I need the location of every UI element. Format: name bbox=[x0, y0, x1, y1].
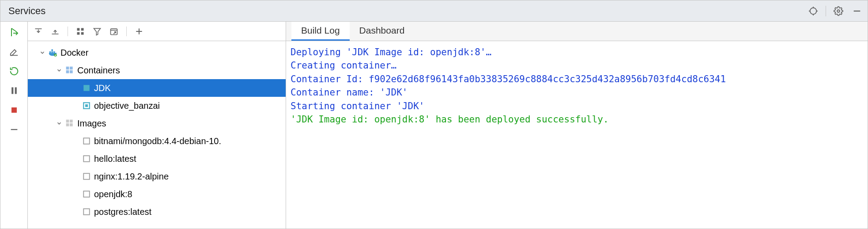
svg-rect-46 bbox=[83, 209, 90, 215]
tree-toolbar bbox=[28, 22, 286, 41]
log-line: Container name: 'JDK' bbox=[291, 86, 864, 99]
svg-rect-10 bbox=[11, 107, 17, 113]
details-tabs: Build Log Dashboard bbox=[286, 22, 868, 41]
open-in-new-tab-icon[interactable] bbox=[108, 25, 120, 38]
toolbar-separator bbox=[68, 27, 68, 36]
svg-rect-18 bbox=[77, 32, 80, 34]
tree-node-images[interactable]: Images bbox=[28, 114, 286, 132]
services-panel: Services bbox=[0, 0, 868, 229]
log-line: 'JDK Image id: openjdk:8' has been deplo… bbox=[291, 113, 864, 126]
panel-body: Docker Containers bbox=[0, 22, 868, 229]
tree-node-label: objective_banzai bbox=[92, 101, 160, 111]
log-line: Creating container… bbox=[291, 59, 864, 72]
run-gutter bbox=[0, 22, 28, 229]
container-running-icon bbox=[81, 84, 92, 92]
run-icon[interactable] bbox=[8, 26, 20, 38]
svg-rect-34 bbox=[70, 70, 73, 73]
group-by-icon[interactable] bbox=[74, 25, 87, 38]
container-stopped-icon bbox=[81, 102, 92, 110]
services-tree[interactable]: Docker Containers bbox=[28, 41, 286, 229]
svg-rect-37 bbox=[85, 104, 88, 107]
svg-rect-9 bbox=[15, 88, 16, 94]
svg-rect-26 bbox=[49, 51, 51, 53]
tree-node-label: Docker bbox=[59, 48, 88, 58]
tab-build-log[interactable]: Build Log bbox=[291, 22, 350, 41]
svg-rect-40 bbox=[66, 123, 69, 126]
images-icon bbox=[64, 119, 75, 128]
locate-icon[interactable] bbox=[807, 5, 819, 17]
tree-node-label: bitnami/mongodb:4.4-debian-10. bbox=[92, 136, 221, 146]
tree-node-docker[interactable]: Docker bbox=[28, 44, 286, 61]
tree-node-label: Containers bbox=[75, 65, 120, 76]
log-line: Starting container 'JDK' bbox=[291, 99, 864, 113]
add-service-icon[interactable] bbox=[133, 25, 145, 38]
tree-node-container-objective-banzai[interactable]: objective_banzai bbox=[28, 97, 286, 114]
svg-rect-8 bbox=[11, 88, 13, 94]
svg-rect-45 bbox=[83, 191, 90, 197]
svg-rect-44 bbox=[83, 173, 90, 179]
tree-node-image[interactable]: postgres:latest bbox=[28, 203, 286, 221]
image-icon bbox=[81, 172, 92, 180]
panel-title: Services bbox=[8, 5, 807, 17]
svg-rect-38 bbox=[66, 120, 69, 123]
tree-node-label: openjdk:8 bbox=[92, 189, 132, 199]
stop-icon[interactable] bbox=[8, 104, 20, 116]
titlebar-divider bbox=[826, 6, 826, 16]
tree-node-label: Images bbox=[75, 118, 106, 129]
svg-point-5 bbox=[837, 10, 840, 12]
svg-rect-35 bbox=[83, 85, 90, 91]
svg-rect-29 bbox=[51, 50, 53, 51]
tree-node-image[interactable]: hello:latest bbox=[28, 150, 286, 168]
tree-node-label: postgres:latest bbox=[92, 207, 151, 217]
svg-rect-28 bbox=[53, 51, 55, 53]
details-column: Build Log Dashboard Deploying 'JDK Image… bbox=[286, 22, 868, 229]
minimize-icon[interactable] bbox=[851, 5, 863, 17]
svg-rect-39 bbox=[70, 120, 73, 123]
docker-icon bbox=[47, 48, 59, 57]
expand-all-icon[interactable] bbox=[32, 25, 45, 38]
svg-rect-19 bbox=[81, 32, 84, 34]
filter-icon[interactable] bbox=[91, 25, 103, 38]
svg-rect-16 bbox=[77, 28, 80, 31]
services-tree-column: Docker Containers bbox=[28, 22, 286, 229]
toolbar-separator bbox=[126, 27, 127, 36]
build-log-output[interactable]: Deploying 'JDK Image id: openjdk:8'…Crea… bbox=[286, 41, 868, 229]
svg-rect-17 bbox=[81, 28, 84, 31]
containers-icon bbox=[64, 66, 75, 75]
chevron-down-icon[interactable] bbox=[38, 50, 47, 56]
panel-titlebar: Services bbox=[0, 0, 868, 22]
tree-node-container-jdk[interactable]: JDK bbox=[28, 79, 286, 97]
chevron-down-icon[interactable] bbox=[54, 120, 64, 126]
collapse-all-icon[interactable] bbox=[49, 25, 61, 38]
tab-dashboard[interactable]: Dashboard bbox=[350, 22, 415, 41]
rerun-icon[interactable] bbox=[8, 65, 20, 77]
chevron-down-icon[interactable] bbox=[54, 67, 64, 73]
log-line: Deploying 'JDK Image id: openjdk:8'… bbox=[291, 46, 864, 59]
pause-icon[interactable] bbox=[8, 84, 20, 97]
image-icon bbox=[81, 137, 92, 145]
tree-node-image[interactable]: openjdk:8 bbox=[28, 185, 286, 203]
tree-node-label: nginx:1.19.2-alpine bbox=[92, 172, 169, 182]
collapse-icon[interactable] bbox=[8, 123, 20, 136]
svg-marker-20 bbox=[94, 28, 101, 35]
tree-node-containers[interactable]: Containers bbox=[28, 61, 286, 79]
svg-rect-32 bbox=[70, 67, 73, 70]
image-icon bbox=[81, 155, 92, 163]
image-icon bbox=[81, 190, 92, 198]
svg-rect-43 bbox=[83, 156, 90, 162]
tree-node-label: hello:latest bbox=[92, 154, 136, 164]
tree-node-image[interactable]: bitnami/mongodb:4.4-debian-10. bbox=[28, 132, 286, 150]
tree-node-label: JDK bbox=[92, 83, 111, 93]
svg-rect-42 bbox=[83, 138, 90, 144]
gear-icon[interactable] bbox=[832, 5, 845, 17]
edit-config-icon[interactable] bbox=[8, 46, 20, 58]
svg-rect-41 bbox=[70, 123, 73, 126]
tree-node-image[interactable]: nginx:1.19.2-alpine bbox=[28, 168, 286, 185]
log-line: Container Id: f902e62d68f96143fa0b338352… bbox=[291, 73, 864, 86]
image-icon bbox=[81, 208, 92, 216]
titlebar-actions bbox=[807, 5, 863, 17]
svg-rect-27 bbox=[51, 51, 53, 53]
svg-rect-33 bbox=[66, 70, 69, 73]
svg-rect-31 bbox=[66, 67, 69, 70]
svg-point-0 bbox=[810, 8, 817, 14]
